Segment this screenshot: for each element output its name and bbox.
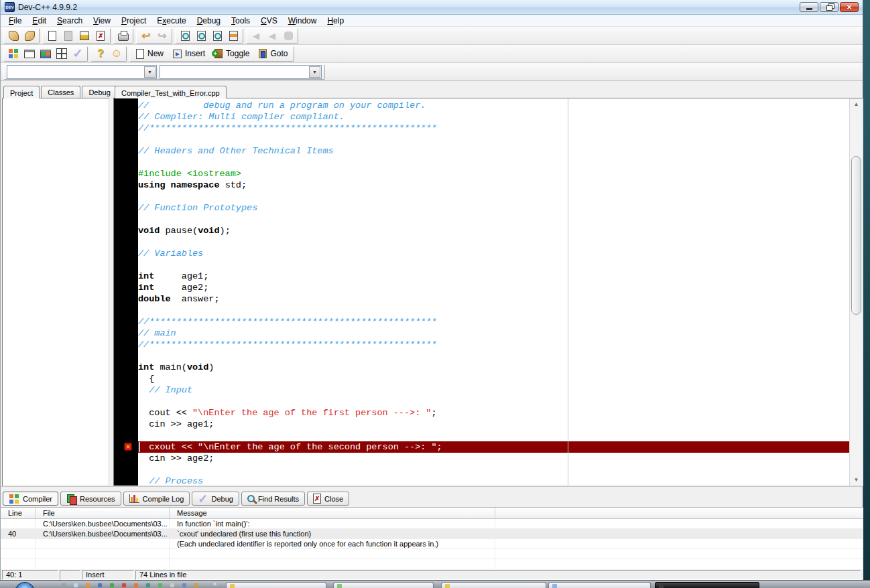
open-button[interactable] <box>5 29 21 43</box>
redo-button[interactable] <box>154 29 170 43</box>
column-header-line[interactable]: Line <box>1 508 36 518</box>
column-header-message[interactable]: Message <box>170 508 495 518</box>
column-header-file[interactable]: File <box>36 508 170 518</box>
minimize-button[interactable] <box>800 2 818 12</box>
tile-windows-button[interactable] <box>54 47 70 61</box>
code-line <box>138 157 849 168</box>
quick-launch-icon[interactable] <box>86 583 90 587</box>
quick-launch-icon[interactable] <box>74 583 78 587</box>
menu-execute[interactable]: Execute <box>151 15 191 26</box>
about-button[interactable] <box>109 47 125 61</box>
taskbar-window-button[interactable] <box>441 582 546 588</box>
compiler-combobox[interactable]: ▼ <box>7 65 157 79</box>
new-unit-icon <box>136 49 144 59</box>
report-tab-find-results[interactable]: Find Results <box>241 492 305 506</box>
quick-launch-icon[interactable] <box>134 583 138 587</box>
menu-debug[interactable]: Debug <box>192 15 226 26</box>
toggle-button[interactable]: Toggle <box>210 47 254 61</box>
print-button[interactable] <box>115 29 131 43</box>
menu-view[interactable]: View <box>88 15 116 26</box>
goto-button[interactable]: Goto <box>254 47 292 61</box>
chevron-more-icon[interactable]: » <box>213 581 216 587</box>
quick-launch-icon[interactable] <box>122 583 126 587</box>
quick-launch-icon[interactable] <box>62 583 66 587</box>
menu-help[interactable]: Help <box>322 15 349 26</box>
chevron-down-icon[interactable]: ▼ <box>144 66 156 78</box>
report-tab-compiler[interactable]: Compiler <box>3 492 58 506</box>
new-project-button[interactable] <box>5 47 21 61</box>
back-button[interactable] <box>248 29 264 43</box>
quick-launch-icon[interactable] <box>146 583 150 587</box>
abort-button[interactable] <box>280 29 296 43</box>
tab-classes[interactable]: Classes <box>41 86 80 98</box>
scroll-down-icon[interactable]: ▼ <box>850 474 863 486</box>
table-row[interactable] <box>1 559 863 569</box>
code-line: // Input <box>138 384 849 396</box>
find-button[interactable] <box>177 29 193 43</box>
code-line <box>138 134 849 145</box>
report-tab-debug[interactable]: Debug <box>192 492 239 506</box>
new-template-button[interactable] <box>60 29 76 43</box>
insert-button[interactable]: Insert <box>168 47 210 61</box>
scroll-up-icon[interactable]: ▲ <box>850 98 863 110</box>
quick-launch-icon[interactable] <box>170 583 174 587</box>
chevron-down-icon[interactable]: ▼ <box>309 66 320 78</box>
back-icon <box>253 31 259 41</box>
quick-launch-icon[interactable] <box>98 583 102 587</box>
report-tab-close[interactable]: Close <box>307 492 349 506</box>
report-tab-compile-log[interactable]: Compile Log <box>123 492 190 506</box>
close-file-button[interactable] <box>92 29 109 43</box>
undo-button[interactable] <box>138 29 154 43</box>
table-row[interactable] <box>1 549 863 559</box>
project-browser-panel[interactable] <box>2 98 109 486</box>
tab-project[interactable]: Project <box>3 86 40 98</box>
classbrowser-combobox[interactable]: ▼ <box>160 65 322 79</box>
menu-project[interactable]: Project <box>116 15 151 26</box>
taskbar-window-button[interactable] <box>333 582 434 588</box>
menu-file[interactable]: File <box>3 15 27 26</box>
editor-gutter[interactable] <box>114 98 138 486</box>
menu-window[interactable]: Window <box>283 15 322 26</box>
goto-line-button[interactable] <box>225 29 241 43</box>
new-template2-button[interactable] <box>38 47 54 61</box>
start-button[interactable] <box>15 582 35 588</box>
horizontal-splitter[interactable] <box>1 486 862 491</box>
find-next-button[interactable] <box>193 29 209 43</box>
pages-icon <box>66 494 76 504</box>
quick-launch-icon[interactable] <box>110 583 114 587</box>
restore-button[interactable] <box>820 2 838 12</box>
replace-button[interactable] <box>209 29 225 43</box>
taskbar-window-button[interactable] <box>655 582 759 588</box>
scrollbar-thumb[interactable] <box>851 156 861 315</box>
quick-launch-icon[interactable] <box>158 583 162 587</box>
help-button[interactable] <box>92 47 109 61</box>
title-bar[interactable]: DEV Dev-C++ 4.9.9.2 <box>1 0 863 15</box>
table-row[interactable]: (Each undeclared identifier is reported … <box>1 539 863 549</box>
code-area[interactable]: // debug and run a program on your compi… <box>138 98 849 486</box>
cell-msg <box>170 549 495 559</box>
taskbar-window-button[interactable] <box>226 582 326 588</box>
new-button[interactable]: New <box>131 47 168 61</box>
open-project-button[interactable] <box>21 29 38 43</box>
table-row[interactable]: 40C:\Users\ken.busbee\Documents\03...`cx… <box>1 529 863 539</box>
code-line: //**************************************… <box>138 123 849 134</box>
close-button[interactable] <box>840 2 859 12</box>
menu-search[interactable]: Search <box>52 15 88 26</box>
syntax-check-button[interactable] <box>70 47 86 61</box>
cell-line <box>1 549 36 559</box>
report-tab-resources[interactable]: Resources <box>60 492 121 506</box>
menu-cvs[interactable]: CVS <box>255 15 283 26</box>
menu-tools[interactable]: Tools <box>226 15 255 26</box>
save-button[interactable] <box>76 29 92 43</box>
new-window-button[interactable] <box>21 47 38 61</box>
new-source-button[interactable] <box>44 29 60 43</box>
tab-debug[interactable]: Debug <box>82 86 117 98</box>
editor-vertical-scrollbar[interactable]: ▲ ▼ <box>849 98 863 486</box>
taskbar-window-button[interactable] <box>548 582 651 588</box>
quick-launch-icon[interactable] <box>182 583 186 587</box>
tab-source-file[interactable]: Compiler_Test_with_Error.cpp <box>115 86 227 98</box>
quick-launch-icon[interactable] <box>194 583 198 587</box>
forward-button[interactable] <box>264 29 280 43</box>
menu-edit[interactable]: Edit <box>27 15 52 26</box>
table-row[interactable]: C:\Users\ken.busbee\Documents\03...In fu… <box>1 519 863 529</box>
